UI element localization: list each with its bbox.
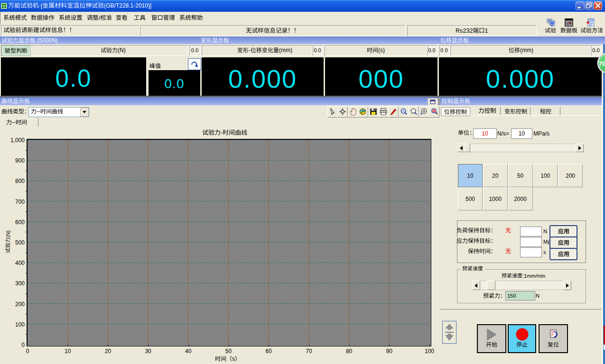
svg-text:(5000N): (5000N) bbox=[36, 37, 58, 44]
svg-text:s: s bbox=[232, 355, 235, 362]
svg-text:1: 1 bbox=[485, 27, 488, 34]
svg-text::1mm/min: :1mm/min bbox=[522, 273, 545, 278]
svg-text:70: 70 bbox=[599, 60, 605, 67]
svg-text:(N): (N) bbox=[118, 47, 126, 54]
svg-text:Rs232: Rs232 bbox=[456, 27, 473, 34]
svg-text:(N): (N) bbox=[5, 230, 10, 237]
svg-text:--: -- bbox=[12, 119, 16, 126]
svg-text:-: - bbox=[249, 47, 251, 54]
svg-text:(s): (s) bbox=[378, 47, 385, 54]
svg-text:--: -- bbox=[37, 108, 40, 115]
svg-text:(mm): (mm) bbox=[520, 47, 533, 54]
svg-text:/: / bbox=[99, 15, 101, 21]
svg-text:-: - bbox=[221, 129, 223, 136]
svg-text:(GB/T228.1-2010)]: (GB/T228.1-2010)] bbox=[104, 2, 151, 9]
svg-text:-[: -[ bbox=[39, 2, 43, 9]
